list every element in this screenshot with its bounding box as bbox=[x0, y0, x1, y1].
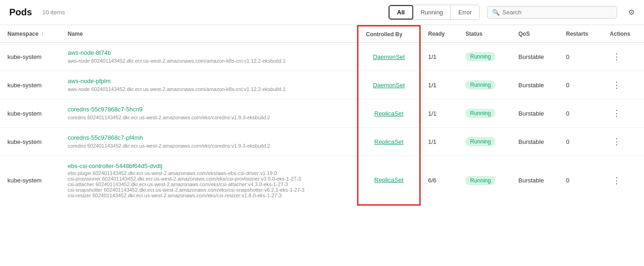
cell-name: aws-node-pfplmaws-node 602401143452.dkr.… bbox=[60, 71, 358, 99]
table-header-row: Namespace ↑ Name Controlled By Ready Sta… bbox=[0, 26, 644, 43]
actions-menu-button[interactable]: ⋮ bbox=[610, 79, 624, 91]
cell-namespace: kube-system bbox=[0, 128, 60, 156]
filter-running-button[interactable]: Running bbox=[413, 5, 451, 19]
cell-controlled-by: DaemonSet bbox=[358, 43, 420, 71]
cell-qos: Burstable bbox=[511, 128, 558, 156]
actions-menu-button[interactable]: ⋮ bbox=[610, 175, 624, 187]
cell-name: ebs-csi-controller-5448bf64d5-dvdtjebs-p… bbox=[60, 156, 358, 205]
cell-actions: ⋮ bbox=[602, 71, 644, 99]
page-title: Pods bbox=[9, 7, 32, 18]
cell-restarts: 0 bbox=[559, 71, 602, 99]
col-restarts: Restarts bbox=[559, 26, 602, 43]
cell-qos: Burstable bbox=[511, 71, 558, 99]
cell-name: coredns-55c97868c7-pf4mhcoredns 60240114… bbox=[60, 128, 358, 156]
col-ready: Ready bbox=[420, 26, 458, 43]
controlled-by-link[interactable]: DaemonSet bbox=[373, 82, 405, 89]
settings-icon[interactable]: ⚙ bbox=[628, 8, 635, 17]
cell-qos: Burstable bbox=[511, 156, 558, 205]
cell-controlled-by: ReplicaSet bbox=[358, 156, 420, 205]
status-badge: Running bbox=[465, 52, 495, 61]
cell-ready: 1/1 bbox=[420, 99, 458, 128]
pod-detail: coredns 602401143452.dkr.ecr.us-west-2.a… bbox=[68, 143, 270, 149]
cell-status: Running bbox=[458, 128, 511, 156]
cell-ready: 6/6 bbox=[420, 156, 458, 205]
table-row: kube-systemcoredns-55c97868c7-5hcn9cored… bbox=[0, 99, 644, 128]
cell-restarts: 0 bbox=[559, 99, 602, 128]
filter-all-button[interactable]: All bbox=[389, 5, 413, 19]
cell-restarts: 0 bbox=[559, 128, 602, 156]
pod-detail-line: csi-provisioner 602401143452.dkr.ecr.us-… bbox=[68, 176, 350, 182]
cell-namespace: kube-system bbox=[0, 43, 60, 71]
cell-qos: Burstable bbox=[511, 99, 558, 128]
col-controlled-by: Controlled By bbox=[358, 26, 420, 43]
pod-detail-line: csi-resizer 602401143452.dkr.ecr.us-west… bbox=[68, 193, 350, 198]
pod-detail-line: csi-snapshotter 602401143452.dkr.ecr.us-… bbox=[68, 187, 350, 193]
col-name: Name bbox=[60, 26, 358, 43]
pod-name-link[interactable]: aws-node-pfplm bbox=[68, 78, 350, 84]
cell-restarts: 0 bbox=[559, 43, 602, 71]
status-badge: Running bbox=[465, 176, 495, 185]
actions-menu-button[interactable]: ⋮ bbox=[610, 136, 624, 148]
table-row: kube-systemaws-node-pfplmaws-node 602401… bbox=[0, 71, 644, 99]
cell-controlled-by: ReplicaSet bbox=[358, 99, 420, 128]
cell-controlled-by: ReplicaSet bbox=[358, 128, 420, 156]
controlled-by-link[interactable]: DaemonSet bbox=[373, 53, 405, 60]
col-status: Status bbox=[458, 26, 511, 43]
cell-actions: ⋮ bbox=[602, 43, 644, 71]
cell-name: aws-node-8t74baws-node 602401143452.dkr.… bbox=[60, 43, 358, 71]
cell-namespace: kube-system bbox=[0, 71, 60, 99]
actions-menu-button[interactable]: ⋮ bbox=[610, 51, 624, 63]
controlled-by-link[interactable]: ReplicaSet bbox=[374, 138, 403, 145]
cell-ready: 1/1 bbox=[420, 43, 458, 71]
filter-error-button[interactable]: Error bbox=[451, 5, 479, 19]
table-row: kube-systemcoredns-55c97868c7-pf4mhcored… bbox=[0, 128, 644, 156]
cell-status: Running bbox=[458, 99, 511, 128]
pod-name-link[interactable]: ebs-csi-controller-5448bf64d5-dvdtj bbox=[68, 162, 350, 169]
table-row: kube-systemebs-csi-controller-5448bf64d5… bbox=[0, 156, 644, 205]
sort-arrow-namespace: ↑ bbox=[41, 32, 44, 37]
filter-button-group: All Running Error bbox=[388, 5, 480, 20]
cell-actions: ⋮ bbox=[602, 156, 644, 205]
cell-status: Running bbox=[458, 71, 511, 99]
cell-namespace: kube-system bbox=[0, 99, 60, 128]
col-namespace[interactable]: Namespace ↑ bbox=[0, 26, 60, 43]
pod-detail: aws-node 602401143452.dkr.ecr.us-west-2.… bbox=[68, 86, 286, 92]
search-icon: 🔍 bbox=[492, 9, 500, 16]
status-badge: Running bbox=[465, 137, 495, 146]
cell-name: coredns-55c97868c7-5hcn9coredns 60240114… bbox=[60, 99, 358, 128]
pod-detail-line: csi-attacher 602401143452.dkr.ecr.us-wes… bbox=[68, 182, 350, 187]
cell-qos: Burstable bbox=[511, 43, 558, 71]
cell-status: Running bbox=[458, 156, 511, 205]
search-input[interactable] bbox=[502, 9, 612, 16]
col-actions: Actions bbox=[602, 26, 644, 43]
pod-detail: coredns 602401143452.dkr.ecr.us-west-2.a… bbox=[68, 115, 270, 120]
actions-menu-button[interactable]: ⋮ bbox=[610, 107, 624, 119]
status-badge: Running bbox=[465, 80, 495, 90]
item-count: 10 items bbox=[42, 9, 65, 16]
cell-actions: ⋮ bbox=[602, 99, 644, 128]
pod-detail-line: ebs-plugin 602401143452.dkr.ecr.us-west-… bbox=[68, 170, 350, 176]
pod-name-link[interactable]: coredns-55c97868c7-5hcn9 bbox=[68, 106, 350, 113]
table-row: kube-systemaws-node-8t74baws-node 602401… bbox=[0, 43, 644, 71]
cell-controlled-by: DaemonSet bbox=[358, 71, 420, 99]
controlled-by-link[interactable]: ReplicaSet bbox=[374, 176, 403, 183]
cell-restarts: 0 bbox=[559, 156, 602, 205]
status-badge: Running bbox=[465, 109, 495, 118]
cell-status: Running bbox=[458, 43, 511, 71]
controlled-by-link[interactable]: ReplicaSet bbox=[374, 110, 403, 117]
pod-detail: aws-node 602401143452.dkr.ecr.us-west-2.… bbox=[68, 58, 286, 64]
page-header: Pods 10 items All Running Error 🔍 ⚙ bbox=[0, 0, 644, 25]
cell-ready: 1/1 bbox=[420, 128, 458, 156]
pod-name-link[interactable]: aws-node-8t74b bbox=[68, 49, 350, 56]
pod-name-link[interactable]: coredns-55c97868c7-pf4mh bbox=[68, 134, 350, 141]
search-box: 🔍 bbox=[487, 6, 617, 19]
cell-namespace: kube-system bbox=[0, 156, 60, 205]
pods-table: Namespace ↑ Name Controlled By Ready Sta… bbox=[0, 25, 644, 206]
col-qos: QoS bbox=[511, 26, 558, 43]
cell-ready: 1/1 bbox=[420, 71, 458, 99]
cell-actions: ⋮ bbox=[602, 128, 644, 156]
